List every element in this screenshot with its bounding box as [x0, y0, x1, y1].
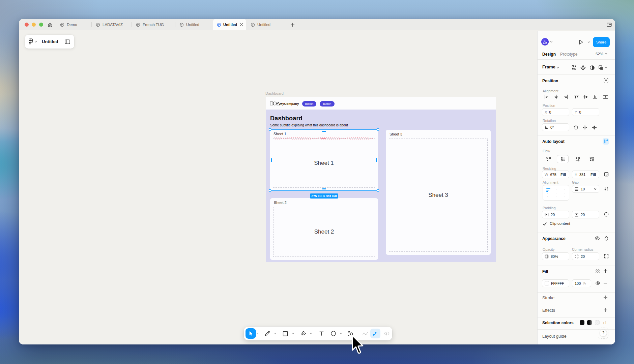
- home-button[interactable]: [46, 21, 54, 29]
- avatar-menu[interactable]: [550, 40, 553, 43]
- actions-tool-button[interactable]: [346, 327, 354, 340]
- shape-tool-button[interactable]: [281, 327, 290, 340]
- add-stroke-button[interactable]: [603, 295, 608, 300]
- add-fill-button[interactable]: [603, 268, 608, 273]
- tab-untitled-2[interactable]: Untitled: [246, 19, 279, 30]
- flip-horizontal-button[interactable]: [581, 124, 588, 131]
- flow-horizontal-button[interactable]: [573, 155, 583, 163]
- file-menu-pill[interactable]: Untitled: [25, 35, 74, 49]
- pencil-tool-menu[interactable]: [274, 327, 277, 340]
- add-effect-button[interactable]: [603, 307, 608, 312]
- sheet-3-card[interactable]: Sheet 3 Sheet 3: [386, 130, 491, 255]
- pen-tool-menu[interactable]: [310, 327, 312, 340]
- fill-color-swatch[interactable]: [545, 281, 549, 285]
- horizontal-padding-field[interactable]: 20: [542, 211, 569, 218]
- flip-vertical-button[interactable]: [591, 124, 598, 131]
- flow-freeform-button[interactable]: [544, 155, 554, 163]
- distribute-button[interactable]: [602, 93, 609, 100]
- align-top-button[interactable]: [573, 93, 580, 100]
- y-position-field[interactable]: Y0: [572, 108, 599, 116]
- sheet-2-card[interactable]: Sheet 2 Sheet 2: [270, 198, 378, 260]
- align-left-button[interactable]: [543, 93, 550, 100]
- pen-tool-button[interactable]: [299, 327, 308, 340]
- share-button[interactable]: Share: [593, 37, 610, 47]
- dev-mode-button[interactable]: [370, 329, 380, 338]
- tab-demo[interactable]: Demo: [56, 19, 91, 30]
- visibility-button[interactable]: [595, 236, 600, 241]
- alignment-grid[interactable]: [543, 185, 569, 201]
- resizing-options-button[interactable]: [604, 172, 609, 177]
- tab-french-tug[interactable]: French TUG: [132, 19, 175, 30]
- selection-color-swatch-gradient[interactable]: [587, 320, 592, 325]
- component-button[interactable]: [580, 65, 586, 70]
- auto-layout-active-icon[interactable]: [603, 138, 609, 145]
- selection-color-swatch-light[interactable]: [595, 320, 600, 325]
- boolean-groups-button[interactable]: [598, 65, 604, 70]
- rotation-field[interactable]: 0°: [542, 123, 569, 131]
- design-canvas[interactable]: Dashboard MyCompany Button Button: [19, 31, 615, 344]
- sheet-1-card[interactable]: Sheet 1 Sheet 1: [270, 129, 378, 191]
- component-grid-button[interactable]: [571, 65, 577, 70]
- zoom-control[interactable]: 52%: [596, 52, 607, 56]
- dashboard-frame[interactable]: MyCompany Button Button Dashboard Some s…: [266, 97, 496, 262]
- align-vertical-center-button[interactable]: [582, 93, 589, 100]
- tab-prototype[interactable]: Prototype: [560, 52, 577, 57]
- spacing-settings-button[interactable]: [604, 186, 609, 191]
- remove-fill-button[interactable]: [603, 281, 608, 285]
- window-controls-button[interactable]: [605, 21, 613, 29]
- close-tab-icon[interactable]: [239, 23, 243, 27]
- x-position-field[interactable]: X0: [542, 108, 569, 116]
- individual-padding-button[interactable]: [604, 212, 609, 217]
- rotate-button[interactable]: [572, 124, 579, 131]
- ellipse-tool-button[interactable]: [329, 327, 338, 340]
- opacity-field[interactable]: 80%: [542, 252, 569, 260]
- frame-preset-menu[interactable]: [556, 66, 559, 69]
- shape-tool-menu[interactable]: [292, 327, 294, 340]
- pencil-tool-button[interactable]: [263, 327, 271, 340]
- align-right-button[interactable]: [562, 93, 569, 100]
- tab-untitled-active[interactable]: Untitled: [213, 19, 246, 30]
- frame-position-icon[interactable]: [604, 78, 608, 83]
- avatar[interactable]: [541, 38, 549, 46]
- code-button[interactable]: [382, 327, 391, 340]
- frame-preset-label[interactable]: Frame: [542, 64, 555, 69]
- width-field[interactable]: W675 Fill: [542, 171, 569, 178]
- toggle-sidebar-icon[interactable]: [65, 39, 70, 44]
- blend-mode-button[interactable]: [604, 235, 609, 241]
- fill-opacity-field[interactable]: 100 %: [572, 279, 591, 287]
- mask-button[interactable]: [589, 65, 595, 70]
- fill-color-field[interactable]: FFFFFF: [542, 279, 569, 287]
- selection-color-swatch-black[interactable]: [580, 320, 584, 325]
- gap-field[interactable]: 10: [572, 185, 599, 193]
- text-tool-button[interactable]: [317, 327, 326, 340]
- fill-visibility-button[interactable]: [595, 280, 600, 286]
- tab-untitled-1[interactable]: Untitled: [175, 19, 213, 30]
- frame-name-label[interactable]: Dashboard: [265, 91, 284, 95]
- selection-colors-more[interactable]: +1: [603, 321, 607, 325]
- flow-wrap-button[interactable]: [587, 155, 597, 163]
- height-field[interactable]: H381 Fill: [572, 171, 599, 178]
- new-tab-button[interactable]: [289, 21, 296, 28]
- clip-content-checkbox[interactable]: [543, 222, 547, 226]
- move-tool-menu[interactable]: [256, 327, 259, 340]
- tab-design[interactable]: Design: [542, 52, 556, 57]
- nav-button-2[interactable]: Button: [320, 101, 335, 107]
- present-button[interactable]: [578, 39, 584, 46]
- present-menu[interactable]: [587, 41, 590, 43]
- help-button[interactable]: ?: [600, 329, 607, 337]
- zoom-window-button[interactable]: [39, 23, 43, 27]
- nav-button-1[interactable]: Button: [302, 101, 316, 107]
- corner-radius-field[interactable]: 20: [572, 252, 599, 260]
- vertical-padding-field[interactable]: 20: [572, 211, 599, 218]
- minimize-window-button[interactable]: [32, 23, 36, 27]
- independent-corners-button[interactable]: [604, 253, 609, 259]
- align-horizontal-center-button[interactable]: [553, 93, 559, 100]
- flow-vertical-button[interactable]: [557, 155, 569, 163]
- fill-styles-button[interactable]: [595, 269, 600, 274]
- close-window-button[interactable]: [25, 23, 29, 27]
- boolean-groups-menu[interactable]: [604, 66, 608, 69]
- clip-content-label[interactable]: Clip content: [550, 221, 570, 225]
- ellipse-tool-menu[interactable]: [340, 327, 342, 340]
- align-bottom-button[interactable]: [592, 93, 598, 100]
- move-tool-button[interactable]: [246, 328, 256, 339]
